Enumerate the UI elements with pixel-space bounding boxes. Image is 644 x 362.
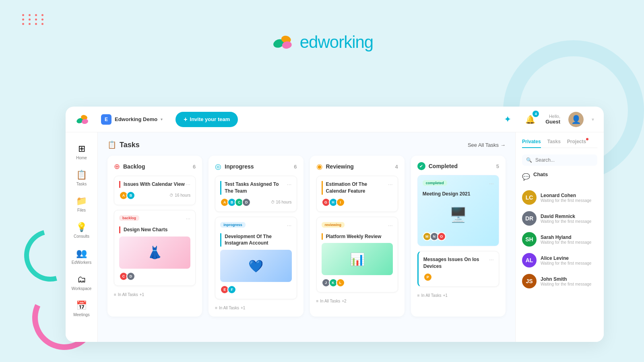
avatar: I xyxy=(336,198,345,207)
edworkers-icon: 👥 xyxy=(76,248,87,259)
column-reviewing: ◉ Reviewing 4 Estimation Of The Calendar… xyxy=(310,156,405,317)
search-input[interactable] xyxy=(535,157,593,163)
user-menu-chevron-icon[interactable]: ▾ xyxy=(592,117,594,122)
avatar: AL xyxy=(522,253,537,267)
search-icon: 🔍 xyxy=(526,157,532,163)
avatar: D xyxy=(242,198,251,207)
panel-tabs: Privates Tasks Projects xyxy=(522,139,597,148)
main-layout: ⊞ Home 📋 Tasks 📁 Files 💡 Consults 👥 EdWo… xyxy=(66,132,604,342)
avatar: LC xyxy=(522,190,537,205)
sidebar-item-edworkers[interactable]: 👥 EdWorkers xyxy=(68,245,95,268)
task-card: completed ··· Meeting Design 2021 🖥️ M N… xyxy=(417,175,499,246)
app-logo: edworking xyxy=(271,32,373,52)
sidebar-item-workspace[interactable]: 🗂 Workspace xyxy=(68,271,95,294)
sidebar-item-tasks[interactable]: 📋 Tasks xyxy=(68,167,95,189)
card-menu-button[interactable]: ··· xyxy=(186,181,191,187)
column-inprogress-header: ◎ Inprogress 6 xyxy=(215,162,297,171)
card-avatars: J K L xyxy=(322,278,343,287)
user-avatar[interactable]: 👤 xyxy=(568,112,584,127)
meetings-icon: 📅 xyxy=(76,300,87,311)
card-avatars: M N O xyxy=(423,232,444,241)
card-menu-button[interactable]: ··· xyxy=(186,215,191,222)
sidebar-item-meetings[interactable]: 📅 Meetings xyxy=(68,297,95,320)
tasks-list-icon: ≡ xyxy=(417,293,420,298)
clock-icon: ⏱ xyxy=(169,193,173,197)
clock-icon: ⏱ xyxy=(271,200,275,204)
card-avatars: A B xyxy=(119,191,134,200)
tab-privates[interactable]: Privates xyxy=(522,139,541,148)
task-image: 🖥️ xyxy=(423,201,494,229)
tab-projects[interactable]: Projects xyxy=(567,139,586,148)
avatar: O xyxy=(437,232,446,241)
card-avatars: A B C D xyxy=(220,198,249,207)
main-content: 📋 Tasks See All Tasks → ⊕ Backlog xyxy=(98,132,515,342)
user-greeting: Hello, Guest xyxy=(545,114,560,125)
column-completed-header: ✔ Completed 5 xyxy=(417,162,499,170)
completed-icon: ✔ xyxy=(417,162,425,170)
task-image: 👗 xyxy=(119,237,190,269)
workspace-badge: E xyxy=(101,114,111,125)
card-avatars: G H I xyxy=(322,198,343,207)
tasks-list-icon: ≡ xyxy=(114,292,116,297)
column-bottom-link[interactable]: ≡ In All Tasks +2 xyxy=(316,299,398,303)
chat-item[interactable]: JS John Smith Waiting for the first mess… xyxy=(522,271,597,292)
card-menu-button[interactable]: ··· xyxy=(287,222,292,228)
workspace-name: Edworking Demo xyxy=(115,116,157,122)
card-menu-button[interactable]: ··· xyxy=(287,181,292,187)
tasks-icon: 📋 xyxy=(76,170,87,180)
notifications-button[interactable]: 🔔 4 xyxy=(523,112,537,127)
column-bottom-link[interactable]: ≡ In All Tasks +1 xyxy=(417,293,499,298)
invite-team-button[interactable]: + Invite your team xyxy=(175,112,238,127)
inprogress-icon: ◎ xyxy=(215,162,221,171)
consults-icon: 💡 xyxy=(76,222,87,232)
chat-item[interactable]: DR David Remnick Waiting for the first m… xyxy=(522,208,597,229)
card-avatars: P xyxy=(423,273,494,282)
card-avatars: E F xyxy=(220,285,235,294)
right-panel: Privates Tasks Projects 🔍 💬 Chats LC xyxy=(515,132,604,342)
chat-item[interactable]: AL Alice Levine Waiting for the first me… xyxy=(522,250,597,271)
avatar: F xyxy=(227,285,236,294)
see-all-tasks-link[interactable]: See All Tasks → xyxy=(468,142,506,148)
avatar: B xyxy=(126,191,135,200)
avatar: D xyxy=(126,272,135,281)
tasks-list-icon: ≡ xyxy=(316,299,319,303)
home-icon: ⊞ xyxy=(78,144,85,154)
sidebar-item-home[interactable]: ⊞ Home xyxy=(68,140,95,163)
sidebar-item-consults[interactable]: 💡 Consults xyxy=(68,219,95,242)
task-time: ⏱ 16 hours xyxy=(271,200,292,204)
logo-text: edworking xyxy=(300,33,373,52)
contacts-list: LC Leonard Cohen Waiting for the first m… xyxy=(522,187,597,292)
task-image: 📊 xyxy=(322,243,393,275)
chat-item[interactable]: SH Sarah Hyland Waiting for the first me… xyxy=(522,229,597,250)
task-card: reviewing ··· Platform Weekly Review 📊 J xyxy=(316,217,398,293)
status-badge: backlog xyxy=(119,215,139,221)
avatar: JS xyxy=(522,274,537,288)
files-icon: 📁 xyxy=(76,196,87,206)
column-bottom-link[interactable]: ≡ In All Tasks +1 xyxy=(215,306,297,310)
column-reviewing-header: ◉ Reviewing 4 xyxy=(316,162,398,171)
topbar-icons: ✦ 🔔 4 Hello, Guest 👤 ▾ xyxy=(500,112,594,127)
avatar: DR xyxy=(522,211,537,226)
card-menu-button[interactable]: ··· xyxy=(388,222,393,228)
chat-item[interactable]: LC Leonard Cohen Waiting for the first m… xyxy=(522,187,597,208)
column-inprogress: ◎ Inprogress 6 Test Tasks Assigned To Th… xyxy=(208,156,303,317)
card-menu-button[interactable]: ··· xyxy=(388,181,393,187)
task-card: backlog ··· Design New Charts 👗 C xyxy=(114,210,196,286)
column-backlog: ⊕ Backlog 6 Issues With Calendar View ··… xyxy=(107,156,202,317)
column-bottom-link[interactable]: ≡ In All Tasks +1 xyxy=(114,292,196,297)
workspace-selector[interactable]: E Edworking Demo ▾ xyxy=(96,112,167,127)
sidebar-item-files[interactable]: 📁 Files xyxy=(68,193,95,216)
card-menu-button[interactable]: ··· xyxy=(489,256,494,263)
column-backlog-header: ⊕ Backlog 6 xyxy=(114,162,196,171)
workspace-icon: 🗂 xyxy=(77,274,86,285)
tab-tasks[interactable]: Tasks xyxy=(547,139,561,148)
task-time: ⏱ 16 hours xyxy=(169,193,190,197)
task-card: Messages Issues On Ios Devices ··· P xyxy=(417,251,499,287)
status-badge: inprogress xyxy=(220,222,246,228)
task-columns: ⊕ Backlog 6 Issues With Calendar View ··… xyxy=(107,156,506,317)
task-card: Issues With Calendar View ··· A B ⏱ xyxy=(114,176,196,205)
card-menu-button[interactable]: ··· xyxy=(489,180,494,187)
status-badge: reviewing xyxy=(322,222,345,228)
tasks-title: 📋 Tasks xyxy=(107,140,140,149)
add-icon-button[interactable]: ✦ xyxy=(500,112,515,127)
